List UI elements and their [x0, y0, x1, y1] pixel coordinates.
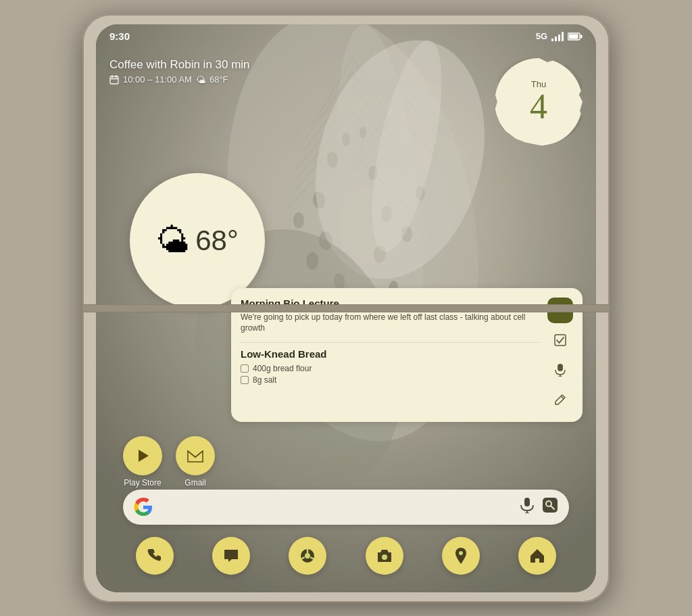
search-lens-button[interactable]	[542, 497, 558, 517]
gmail-icon	[176, 436, 215, 475]
gmail-label: Gmail	[184, 478, 205, 488]
search-bar[interactable]	[123, 490, 569, 525]
app-icons-row: Play Store Gmail	[123, 436, 215, 488]
maps-icon	[454, 548, 468, 564]
keep-check-icon	[554, 334, 566, 346]
event-title: Coffee with Robin in 30 min	[109, 58, 250, 72]
checklist-item-1-text: 400g bread flour	[253, 364, 312, 373]
bottom-dock	[116, 533, 576, 579]
keep-note-1-title: Morning Bio Lecture	[241, 298, 541, 309]
svg-rect-57	[524, 498, 530, 506]
battery-icon	[568, 32, 583, 41]
keep-checklist-item-1: 400g bread flour	[241, 364, 541, 373]
app-play-store[interactable]: Play Store	[123, 436, 162, 488]
search-mic-svg	[520, 497, 534, 513]
keep-mic-icon	[555, 363, 566, 377]
svg-rect-52	[558, 364, 563, 371]
status-time: 9:30	[109, 30, 130, 42]
keep-note-2-title: Low-Knead Bread	[241, 348, 541, 360]
svg-rect-46	[580, 34, 583, 38]
event-detail: 10:00 – 11:00 AM 🌤 68°F	[109, 74, 250, 85]
svg-point-64	[305, 553, 310, 559]
play-icon-svg	[134, 447, 151, 465]
keep-checklist-item-2: 8g salt	[241, 375, 541, 385]
keep-actions: +	[547, 298, 573, 412]
svg-marker-56	[139, 450, 149, 462]
date-widget[interactable]: Thu 4	[495, 58, 583, 146]
checklist-item-2-text: 8g salt	[253, 375, 276, 385]
phone-device: 9:30 5G Coffee with Robin	[82, 14, 610, 602]
status-bar: 9:30 5G	[96, 24, 596, 49]
keep-edit-icon	[554, 394, 566, 406]
google-g-svg	[134, 498, 153, 517]
svg-rect-45	[569, 34, 578, 39]
keep-note-1-body: We're going to pick up today from where …	[241, 312, 541, 335]
checkbox-2[interactable]	[241, 376, 249, 384]
status-icons: 5G	[536, 31, 583, 41]
dock-phone[interactable]	[136, 537, 174, 575]
play-store-label: Play Store	[124, 478, 161, 488]
search-lens-svg	[542, 497, 558, 513]
keep-widget[interactable]: Morning Bio Lecture We're going to pick …	[231, 288, 583, 422]
network-type-label: 5G	[536, 31, 547, 41]
messages-icon	[223, 548, 239, 563]
svg-line-55	[561, 396, 564, 399]
keep-add-button[interactable]: +	[547, 298, 573, 323]
dock-maps[interactable]	[442, 537, 480, 575]
weather-temperature: 68°	[195, 224, 239, 257]
gmail-icon-svg	[187, 448, 204, 463]
search-mic-button[interactable]	[520, 497, 534, 517]
phone-icon	[147, 548, 163, 564]
google-logo	[134, 498, 153, 517]
phone-screen: 9:30 5G Coffee with Robin	[96, 24, 596, 592]
event-time: 10:00 – 11:00 AM	[123, 74, 192, 85]
dock-home[interactable]	[518, 537, 556, 575]
dock-camera[interactable]	[366, 537, 403, 575]
dock-chrome[interactable]	[289, 537, 326, 575]
dock-messages[interactable]	[212, 537, 250, 575]
keep-edit-button[interactable]	[547, 387, 573, 412]
calendar-event-widget[interactable]: Coffee with Robin in 30 min 10:00 – 11:0…	[109, 58, 250, 85]
checkbox-1[interactable]	[241, 364, 249, 373]
app-gmail[interactable]: Gmail	[176, 436, 215, 488]
signal-icon	[551, 32, 564, 41]
chrome-icon	[299, 548, 316, 564]
keep-mic-button[interactable]	[547, 357, 573, 383]
keep-divider	[241, 342, 541, 343]
weather-inline-icon: 🌤	[196, 74, 205, 85]
svg-point-69	[459, 551, 463, 555]
keep-check-button[interactable]	[547, 327, 573, 353]
home-icon	[529, 548, 545, 564]
svg-marker-70	[530, 549, 544, 563]
keep-note-2: Low-Knead Bread 400g bread flour 8g salt	[241, 348, 541, 385]
play-store-icon	[123, 436, 162, 475]
day-number: 4	[530, 89, 547, 124]
weather-inline-temp: 68°F	[209, 74, 228, 85]
keep-note-1: Morning Bio Lecture We're going to pick …	[241, 298, 541, 335]
svg-rect-47	[110, 76, 118, 84]
camera-icon	[376, 548, 393, 563]
svg-rect-60	[543, 498, 558, 513]
keep-content: Morning Bio Lecture We're going to pick …	[241, 298, 541, 412]
calendar-icon	[109, 75, 119, 85]
weather-icon: 🌤	[156, 221, 190, 260]
svg-point-68	[382, 554, 387, 560]
